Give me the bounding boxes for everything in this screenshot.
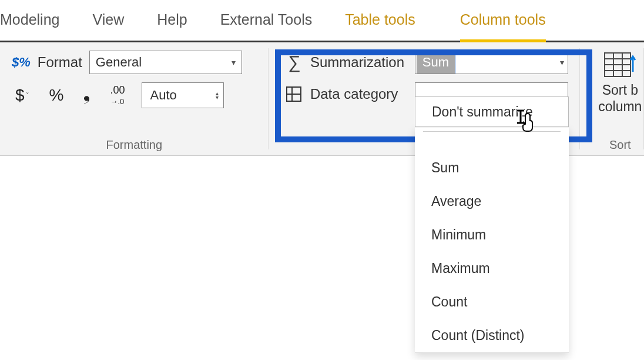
decimal-button[interactable]: .00→.0 — [106, 85, 128, 106]
chevron-down-icon: ▾ — [232, 58, 236, 67]
format-icon: $% — [12, 55, 31, 70]
cursor-icon — [515, 109, 536, 132]
format-value: General — [96, 55, 142, 70]
sort-by-column-button[interactable] — [603, 51, 636, 80]
menu-item-minimum[interactable]: Minimum — [415, 218, 569, 252]
thousands-button[interactable]: ❟ — [80, 86, 93, 105]
datacategory-label: Data category — [310, 86, 408, 102]
percent-button[interactable]: % — [46, 86, 68, 105]
sigma-icon: ∑ — [286, 52, 303, 72]
decimals-value: Auto — [150, 88, 177, 103]
tab-column-tools[interactable]: Column tools — [444, 0, 562, 41]
summarization-label: Summarization — [310, 54, 408, 71]
summarization-menu: Sum Average Minimum Maximum Count Count … — [415, 127, 569, 353]
group-sort: Sort bcolumn Sort — [580, 42, 644, 155]
currency-button[interactable]: $˅ — [12, 86, 33, 105]
format-label: Format — [38, 54, 82, 71]
tab-view[interactable]: View — [76, 0, 140, 41]
menu-item-dont-summarize[interactable]: Don't summarize — [415, 96, 569, 127]
menu-item-count-distinct[interactable]: Count (Distinct) — [415, 319, 569, 352]
tab-table-tools[interactable]: Table tools — [328, 0, 432, 41]
menu-item-average[interactable]: Average — [415, 185, 569, 218]
decimals-spinner[interactable]: Auto ▴▾ — [142, 82, 224, 108]
format-dropdown[interactable]: General ▾ — [89, 51, 242, 74]
summarization-value: Sum — [417, 51, 455, 74]
tab-help[interactable]: Help — [140, 0, 203, 41]
group-sort-title: Sort — [596, 138, 644, 152]
menu-item-maximum[interactable]: Maximum — [415, 252, 569, 285]
menu-item-count[interactable]: Count — [415, 285, 569, 319]
spinner-arrows-icon[interactable]: ▴▾ — [216, 91, 219, 99]
menu-separator — [423, 131, 561, 132]
group-formatting: $% Format General ▾ $˅ % ❟ .00→.0 Auto ▴… — [0, 42, 269, 155]
category-icon — [286, 86, 303, 102]
sort-label: Sort bcolumn — [598, 82, 642, 115]
menu-item-sum[interactable]: Sum — [415, 151, 569, 185]
tab-external-tools[interactable]: External Tools — [204, 0, 329, 41]
chevron-down-icon: ▾ — [560, 58, 564, 67]
tab-modeling[interactable]: Modeling — [0, 0, 76, 41]
group-formatting-title: Formatting — [12, 138, 257, 152]
summarization-dropdown[interactable]: Sum ▾ — [415, 51, 568, 74]
ribbon-tab-bar: Modeling View Help External Tools Table … — [0, 0, 644, 42]
